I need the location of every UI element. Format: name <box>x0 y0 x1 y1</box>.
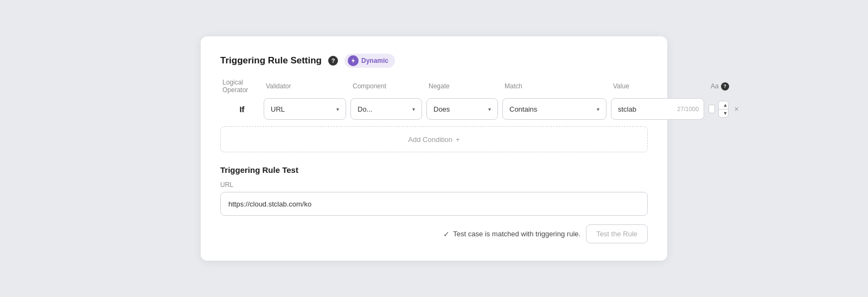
match-dropdown[interactable]: Contains ▾ <box>502 98 607 120</box>
add-condition-plus-icon: + <box>456 135 460 144</box>
test-section-title: Triggering Rule Test <box>220 165 648 175</box>
dynamic-badge-lightning-icon <box>348 55 359 66</box>
validator-dropdown[interactable]: URL ▾ <box>264 98 346 120</box>
match-selected-value: Contains <box>509 105 537 113</box>
card-title: Triggering Rule Setting <box>220 55 322 66</box>
stepper-up-button[interactable]: ▲ <box>719 101 729 109</box>
status-text: Test case is matched with triggering rul… <box>453 230 580 238</box>
dynamic-badge: Dynamic <box>344 54 395 68</box>
condition-checkbox[interactable] <box>709 105 715 113</box>
col-header-component: Component <box>353 82 429 90</box>
negate-dropdown[interactable]: Does ▾ <box>426 98 498 120</box>
col-header-logical-operator: Logical Operator <box>222 79 266 94</box>
negate-selected-value: Does <box>433 105 450 113</box>
col-header-negate: Negate <box>429 82 505 90</box>
match-chevron-icon: ▾ <box>597 106 599 112</box>
col-header-match: Match <box>505 82 613 90</box>
stepper-down-button[interactable]: ▼ <box>719 109 729 117</box>
value-counter: 27/1000 <box>677 106 699 112</box>
col-header-aa: Aa ? <box>711 82 743 91</box>
validator-chevron-icon: ▾ <box>336 106 339 112</box>
aa-help-icon[interactable]: ? <box>721 82 729 91</box>
bottom-row: ✓ Test case is matched with triggering r… <box>220 224 648 243</box>
if-label: If <box>220 105 264 114</box>
right-controls: ▲ ▼ × <box>709 101 741 118</box>
remove-condition-button[interactable]: × <box>732 102 741 115</box>
add-condition-label: Add Condition <box>408 135 452 144</box>
url-label: URL <box>220 181 648 189</box>
col-header-validator: Validator <box>266 82 353 90</box>
component-selected-value: Do... <box>358 105 372 113</box>
help-icon[interactable]: ? <box>328 56 338 66</box>
validator-selected-value: URL <box>271 105 285 113</box>
value-input-wrapper: 27/1000 <box>611 98 704 120</box>
match-status: ✓ Test case is matched with triggering r… <box>443 230 580 238</box>
dynamic-badge-label: Dynamic <box>361 57 388 64</box>
negate-chevron-icon: ▾ <box>488 106 491 112</box>
header-row: Triggering Rule Setting ? Dynamic <box>220 54 648 68</box>
test-rule-button[interactable]: Test the Rule <box>586 224 648 243</box>
column-headers: Logical Operator Validator Component Neg… <box>220 79 648 94</box>
condition-row: If URL ▾ Do... ▾ Does ▾ Contains ▾ 27/10… <box>220 98 648 120</box>
check-icon: ✓ <box>443 230 450 238</box>
col-header-value: Value <box>613 82 711 90</box>
component-dropdown[interactable]: Do... ▾ <box>350 98 422 120</box>
url-input[interactable] <box>220 192 648 216</box>
main-card: Triggering Rule Setting ? Dynamic Logica… <box>201 36 667 261</box>
component-chevron-icon: ▾ <box>412 106 415 112</box>
value-stepper: ▲ ▼ <box>718 101 729 118</box>
svg-marker-0 <box>352 58 355 63</box>
add-condition-button[interactable]: Add Condition + <box>220 126 648 152</box>
